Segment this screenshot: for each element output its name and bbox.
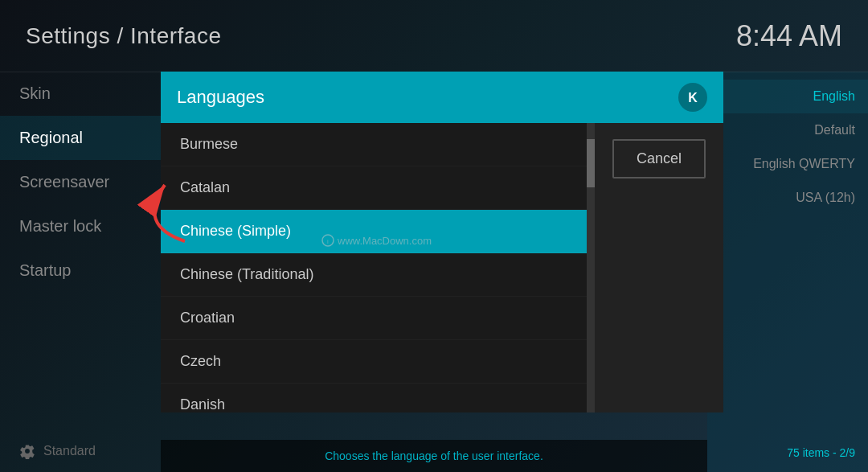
language-list: Burmese Catalan Chinese (Simple) Chinese…	[161, 123, 587, 412]
dialog-header: Languages K	[161, 72, 723, 123]
cancel-button[interactable]: Cancel	[612, 139, 706, 179]
languages-dialog: Languages K Burmese Catalan Chinese (Sim…	[161, 72, 723, 412]
kodi-logo-icon: K	[678, 83, 707, 112]
sidebar-item-master-lock[interactable]: Master lock	[0, 204, 161, 248]
sidebar-bottom: Standard	[0, 443, 161, 459]
scrollbar-track[interactable]	[587, 123, 595, 412]
header: Settings / Interface 8:44 AM	[0, 0, 868, 72]
watermark: i www.MacDown.com	[321, 234, 432, 247]
right-item-default[interactable]: Default	[707, 113, 868, 147]
items-count: 75	[787, 446, 800, 459]
svg-text:K: K	[688, 91, 698, 105]
language-item-burmese[interactable]: Burmese	[161, 123, 587, 166]
sidebar-item-skin[interactable]: Skin	[0, 72, 161, 116]
right-item-english[interactable]: English	[707, 80, 868, 113]
sidebar: Skin Regional Screensaver Master lock St…	[0, 72, 161, 472]
scrollbar-thumb[interactable]	[587, 139, 595, 187]
right-item-keyboard[interactable]: English QWERTY	[707, 147, 868, 181]
language-item-danish[interactable]: Danish	[161, 384, 587, 412]
sidebar-item-screensaver[interactable]: Screensaver	[0, 160, 161, 204]
svg-text:i: i	[327, 238, 329, 245]
sidebar-item-regional[interactable]: Regional	[0, 116, 161, 160]
standard-label: Standard	[43, 444, 96, 458]
dialog-content: Burmese Catalan Chinese (Simple) Chinese…	[161, 123, 723, 412]
clock: 8:44 AM	[736, 19, 842, 53]
status-bar: Chooses the language of the user interfa…	[161, 440, 707, 472]
status-text: Chooses the language of the user interfa…	[325, 449, 543, 462]
right-item-timezone[interactable]: USA (12h)	[707, 181, 868, 215]
dialog-title: Languages	[177, 87, 264, 108]
watermark-icon: i	[321, 234, 334, 247]
cancel-area: Cancel	[595, 123, 723, 412]
right-panel: English Default English QWERTY USA (12h)…	[707, 72, 868, 472]
language-item-czech[interactable]: Czech	[161, 340, 587, 384]
gear-icon	[19, 443, 35, 459]
sidebar-item-startup[interactable]: Startup	[0, 248, 161, 293]
language-item-catalan[interactable]: Catalan	[161, 166, 587, 210]
right-footer: 75 items - 2/9	[787, 446, 855, 459]
page-title: Settings / Interface	[26, 23, 221, 49]
page-info: 2/9	[840, 446, 855, 459]
language-item-chinese-traditional[interactable]: Chinese (Traditional)	[161, 253, 587, 297]
language-item-croatian[interactable]: Croatian	[161, 297, 587, 340]
